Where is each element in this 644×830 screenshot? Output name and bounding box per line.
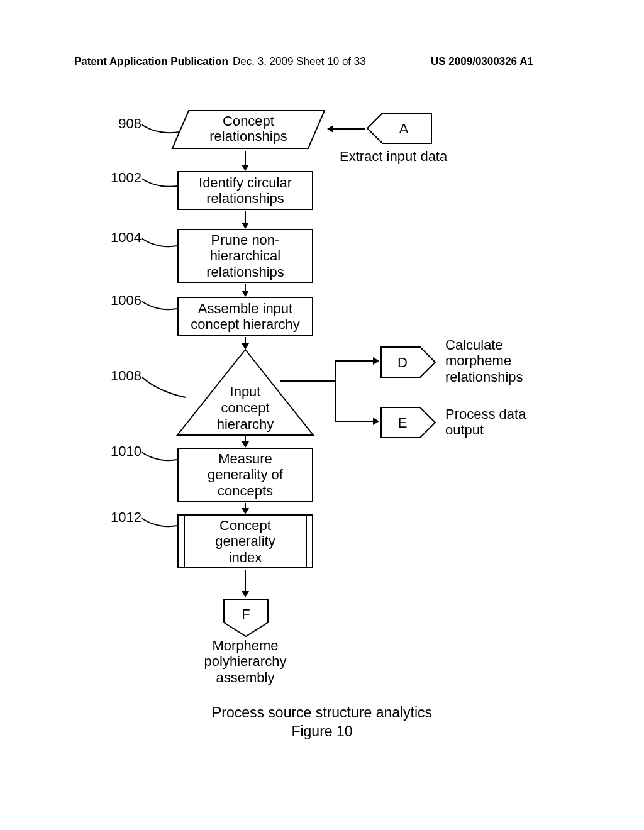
svg-marker-26 xyxy=(381,347,435,377)
svg-marker-8 xyxy=(242,165,249,171)
arrow-1010-1012 xyxy=(239,502,252,516)
arrow-1002-1004 xyxy=(239,210,252,230)
connector-f: F xyxy=(221,597,270,639)
connector-a: A xyxy=(365,111,434,146)
connector-e: E xyxy=(379,405,438,440)
data-concept-relationships: Concept relationships xyxy=(170,108,327,151)
annot-morpheme-polyhierarchy: Morpheme polyhierarchy assembly xyxy=(201,638,289,685)
svg-text:concept: concept xyxy=(221,400,269,416)
svg-marker-12 xyxy=(242,290,249,297)
connector-d: D xyxy=(379,345,438,380)
svg-text:relationships: relationships xyxy=(209,128,287,144)
svg-marker-35 xyxy=(242,591,249,597)
process-assemble-hierarchy: Assemble input concept hierarchy xyxy=(177,297,313,336)
svg-text:D: D xyxy=(397,355,408,370)
arrow-1008-1010 xyxy=(239,435,252,449)
process-prune-nonhier-label: Prune non- hierarchical relationships xyxy=(206,232,284,280)
figure-caption: Process source structure analytics xyxy=(0,704,644,721)
arrow-a-to-908 xyxy=(326,123,367,135)
annot-extract-input-data: Extract input data xyxy=(340,148,447,164)
predefined-concept-generality-index: Concept generality index xyxy=(177,514,313,568)
arrow-1004-1006 xyxy=(239,283,252,298)
svg-marker-28 xyxy=(381,407,435,438)
predefined-concept-generality-index-label: Concept generality index xyxy=(215,517,275,565)
annot-calc-morpheme: Calculate morpheme relationships xyxy=(445,337,523,385)
svg-marker-33 xyxy=(242,508,249,514)
svg-text:F: F xyxy=(242,606,250,622)
svg-marker-31 xyxy=(242,441,249,448)
svg-text:A: A xyxy=(399,121,409,136)
process-assemble-hierarchy-label: Assemble input concept hierarchy xyxy=(191,301,300,333)
svg-text:Input: Input xyxy=(230,384,261,399)
process-prune-nonhier: Prune non- hierarchical relationships xyxy=(177,229,313,283)
arrow-908-1002 xyxy=(239,150,252,172)
process-measure-generality-label: Measure generality of concepts xyxy=(208,451,283,499)
svg-text:E: E xyxy=(398,415,408,431)
svg-marker-6 xyxy=(327,125,333,133)
process-identify-circular-label: Identify circular relationships xyxy=(199,175,292,207)
figure-number: Figure 10 xyxy=(0,723,644,740)
annot-process-data-output: Process data output xyxy=(445,406,526,438)
process-measure-generality: Measure generality of concepts xyxy=(177,448,313,502)
arrow-1012-f xyxy=(239,568,252,599)
svg-marker-10 xyxy=(242,223,249,229)
svg-text:hierarchy: hierarchy xyxy=(217,416,274,432)
svg-text:Concept: Concept xyxy=(223,113,274,129)
branch-1008-de xyxy=(279,352,386,440)
process-identify-circular: Identify circular relationships xyxy=(177,171,313,210)
